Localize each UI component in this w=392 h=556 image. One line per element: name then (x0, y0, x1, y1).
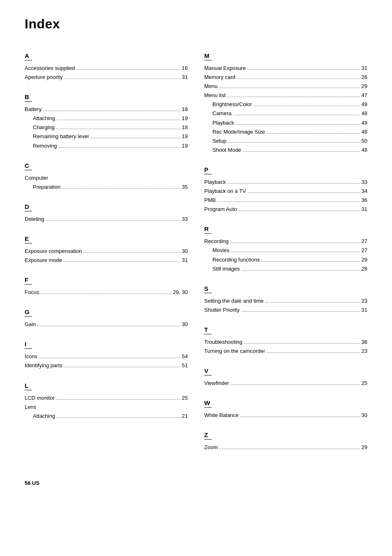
index-item: Shutter Priority31 (204, 306, 367, 315)
index-item: Exposure compensation30 (25, 247, 188, 256)
item-page: 30 (182, 247, 188, 256)
item-page: 29 (362, 255, 367, 264)
item-page: 48 (362, 146, 367, 155)
item-page: 31 (362, 306, 367, 315)
item-label: Turning on the camcorder (204, 347, 265, 356)
index-item: Playback on a TV34 (204, 187, 367, 196)
item-dots (236, 124, 360, 125)
index-item: Viewfinder25 (204, 379, 367, 388)
section-letter: V (204, 367, 212, 375)
item-label: Shoot Mode (212, 146, 241, 155)
item-page: 33 (362, 178, 367, 187)
item-dots (43, 111, 180, 111)
item-label: Attaching (33, 114, 55, 123)
index-section-z: ZZoom29 (204, 431, 367, 452)
index-section-t: TTroubleshooting38Turning on the camcord… (204, 326, 367, 356)
index-section-i: IIcons54Identifying parts51 (25, 341, 188, 370)
item-label: Movies (212, 246, 229, 255)
item-dots (265, 302, 360, 303)
index-section-w: WWhite Balance30 (204, 399, 367, 420)
footer: 56 US (25, 480, 367, 486)
section-letter: T (204, 326, 212, 334)
item-dots (39, 358, 180, 358)
item-label: Viewfinder (204, 379, 229, 388)
item-page: 16 (182, 64, 188, 73)
item-label: Lens (25, 403, 36, 412)
item-label: Deleting (25, 215, 44, 224)
item-page: 19 (182, 132, 188, 141)
item-label: Recording (204, 237, 228, 246)
item-label: Still images (212, 264, 240, 273)
item-label: Gain (25, 320, 36, 329)
section-letter: M (204, 52, 212, 60)
index-item: Exposure mode31 (25, 256, 188, 265)
index-item: Deleting33 (25, 215, 188, 224)
item-label: Icons (25, 352, 37, 361)
item-label: Manual Exposure (204, 64, 246, 73)
section-letter: F (25, 276, 32, 285)
index-section-c: CComputerPreparation35 (25, 162, 188, 192)
item-page: 31 (362, 64, 367, 73)
section-letter: W (204, 399, 212, 408)
index-item: Charging18 (25, 123, 188, 132)
item-label: Remaining battery level (33, 132, 89, 141)
index-item: Lens (25, 403, 188, 412)
item-dots (59, 147, 180, 148)
item-page: 33 (182, 215, 188, 224)
page-title: Index (25, 16, 367, 32)
item-dots (244, 343, 360, 344)
section-letter: P (204, 166, 212, 174)
item-page: 31 (182, 256, 188, 265)
section-letter: G (25, 308, 32, 317)
item-page: 21 (182, 412, 188, 421)
item-page: 48 (362, 109, 367, 118)
item-label: LCD monitor (25, 394, 55, 403)
index-item: Brightness/Color49 (204, 100, 367, 109)
index-item: Menu29 (204, 82, 367, 91)
section-letter: R (204, 225, 212, 234)
item-page: 19 (182, 114, 188, 123)
item-label: Charging (33, 123, 55, 132)
item-label: Program Auto (204, 205, 237, 214)
item-label: Shutter Priority (204, 306, 240, 315)
index-item: Attaching19 (25, 114, 188, 123)
left-column: AAccessories supplied16Aperture priority… (25, 52, 188, 463)
item-label: Brightness/Color (212, 100, 252, 109)
item-label: Playback (212, 118, 234, 127)
item-label: Exposure compensation (25, 247, 82, 256)
item-dots (248, 192, 360, 193)
item-page: 25 (362, 379, 367, 388)
index-item: Camera48 (204, 109, 367, 118)
index-item: Shoot Mode48 (204, 146, 367, 155)
item-label: Setting the date and time (204, 297, 264, 306)
index-item: Rec Mode/Image Size48 (204, 127, 367, 137)
index-item: PMB36 (204, 196, 367, 205)
item-label: Computer (25, 174, 48, 183)
section-letter: D (25, 203, 32, 211)
index-item: Computer (25, 174, 188, 183)
item-dots (57, 417, 180, 418)
item-dots (230, 243, 360, 243)
item-page: 19 (182, 141, 188, 151)
item-page: 29 (362, 82, 367, 91)
item-page: 34 (362, 187, 367, 196)
item-label: PMB (204, 196, 216, 205)
item-page: 50 (362, 137, 367, 146)
index-item: Gain30 (25, 320, 188, 329)
index-item: Removing19 (25, 141, 188, 151)
index-item: Setting the date and time23 (204, 297, 367, 306)
item-dots (267, 352, 360, 353)
item-page: 25 (182, 394, 188, 403)
index-item: Focus29, 30 (25, 288, 188, 297)
item-label: Menu list (204, 91, 226, 100)
section-letter: S (204, 285, 212, 293)
item-dots (62, 188, 180, 189)
item-page: 18 (182, 105, 188, 114)
index-item: White Balance30 (204, 411, 367, 420)
item-dots (241, 270, 360, 271)
index-item: Still images28 (204, 264, 367, 273)
item-dots (56, 399, 180, 400)
index-item: Setup50 (204, 137, 367, 146)
item-page: 49 (362, 118, 367, 127)
item-dots (46, 220, 180, 221)
